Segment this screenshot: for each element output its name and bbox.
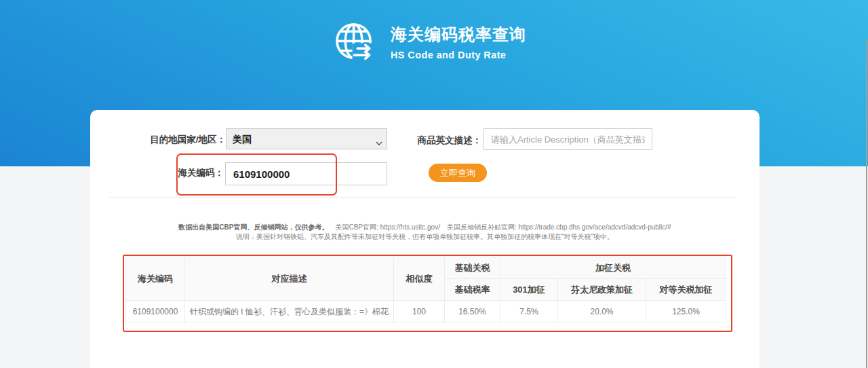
- cell-fentanyl: 20.0%: [558, 301, 646, 323]
- col-header-description: 对应描述: [185, 257, 394, 301]
- description-input[interactable]: [484, 128, 652, 150]
- cell-description: 针织或钩编的 t 恤衫、汗衫、背心及类似服装：=》棉花: [185, 301, 394, 323]
- col-header-reciprocal: 对等关税加征: [646, 279, 726, 301]
- cell-similarity: 100: [394, 301, 445, 323]
- cell-301: 7.5%: [500, 301, 558, 323]
- cell-hs-code: 6109100000: [126, 301, 185, 323]
- col-header-301: 301加征: [500, 279, 558, 301]
- disclaimer-adcvd-site: 美国反倾销反补贴官网: https://trade.cbp.dhs.gov/ac…: [447, 223, 671, 231]
- query-card: 目的地国家/地区： 美国 商品英文描述： 海关编码： 立即查询 数据出自美国CB…: [90, 110, 760, 368]
- vertical-scrollbar-thumb[interactable]: [866, 39, 867, 368]
- search-button[interactable]: 立即查询: [429, 164, 487, 182]
- table-header-row-1: 海关编码 对应描述 相似度 基础关税 加征关税: [126, 257, 726, 279]
- globe-arrows-logo-icon: [334, 21, 377, 64]
- app-title: 海关编码税率查询: [391, 25, 526, 44]
- col-header-base-rate: 基础税率: [445, 279, 500, 301]
- cell-reciprocal: 125.0%: [646, 301, 726, 323]
- disclaimer-line-1: 数据出自美国CBP官网、反倾销网站，仅供参考。美国CBP官网: https://…: [90, 223, 760, 232]
- col-header-additional-group: 加征关税: [500, 257, 726, 279]
- description-label: 商品英文描述：: [407, 134, 481, 147]
- table-row: 6109100000 针织或钩编的 t 恤衫、汗衫、背心及类似服装：=》棉花 1…: [126, 301, 726, 323]
- col-header-base-tariff-group: 基础关税: [445, 257, 500, 279]
- destination-select[interactable]: 美国: [226, 128, 387, 149]
- disclaimer: 数据出自美国CBP官网、反倾销网站，仅供参考。美国CBP官网: https://…: [90, 223, 760, 242]
- destination-select-wrap: 美国: [226, 128, 387, 149]
- card-divider: [109, 197, 736, 198]
- hs-code-label: 海关编码：: [156, 167, 224, 179]
- destination-label: 目的地国家/地区：: [117, 134, 226, 146]
- disclaimer-line-2: 说明：美国针对钢铁铝、汽车及其配件等未加征对等关税，但有单项单独加征税率。其单独…: [90, 232, 760, 242]
- disclaimer-cbp-site: 美国CBP官网: https://hts.usitc.gov/: [335, 223, 440, 231]
- cell-base-rate: 16.50%: [445, 301, 500, 323]
- results-table: 海关编码 对应描述 相似度 基础关税 加征关税 基础税率 301加征 芬太尼政策…: [125, 257, 726, 323]
- hs-code-input[interactable]: [225, 162, 387, 185]
- brand: 海关编码税率查询 HS Code and Duty Rate: [334, 21, 526, 64]
- col-header-similarity: 相似度: [394, 257, 445, 301]
- disclaimer-source-note: 数据出自美国CBP官网、反倾销网站，仅供参考。: [178, 223, 328, 231]
- col-header-hs-code: 海关编码: [126, 257, 185, 301]
- app-subtitle: HS Code and Duty Rate: [391, 50, 526, 60]
- col-header-fentanyl: 芬太尼政策加征: [558, 279, 646, 301]
